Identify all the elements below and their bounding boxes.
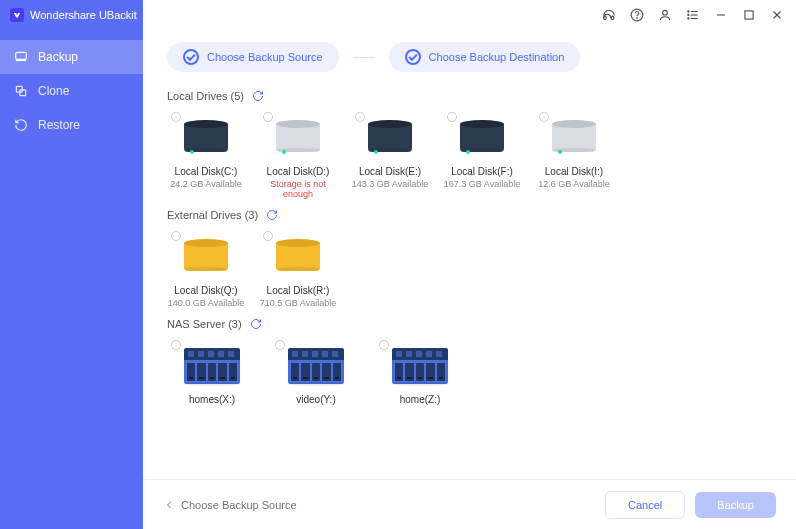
drive-name: home(Z:) [400, 394, 441, 405]
drive-name: Local Disk(F:) [451, 166, 513, 177]
step-divider [353, 57, 375, 58]
svg-point-8 [688, 14, 689, 15]
drive-item[interactable]: Local Disk(Q:) 140.0 GB Available [167, 231, 245, 308]
hdd-icon [368, 120, 412, 156]
hdd-icon [460, 120, 504, 156]
minimize-icon[interactable] [714, 8, 728, 22]
hdd-icon [552, 120, 596, 156]
radio-icon[interactable] [539, 112, 549, 122]
svg-point-7 [688, 11, 689, 12]
drive-item[interactable]: home(Z:) [375, 340, 465, 405]
help-icon[interactable] [630, 8, 644, 22]
drive-name: video(Y:) [296, 394, 335, 405]
sidebar: Backup Clone Restore [0, 30, 143, 529]
step-label: Choose Backup Source [207, 51, 323, 63]
footer-back[interactable]: Choose Backup Source [163, 499, 297, 511]
section-title: Local Drives (5) [167, 90, 244, 102]
chevron-left-icon [163, 499, 175, 511]
check-icon [183, 49, 199, 65]
sidebar-item-label: Restore [38, 118, 80, 132]
refresh-icon[interactable] [250, 318, 262, 330]
nas-icon [392, 348, 448, 384]
backup-icon [14, 50, 28, 64]
drive-item[interactable]: Local Disk(D:) Storage is not enough [259, 112, 337, 199]
external-drive-icon [276, 239, 320, 275]
window-controls [143, 8, 796, 22]
section-nas-server: NAS Server (3) homes(X:) video(Y:) home(… [167, 318, 772, 405]
support-icon[interactable] [602, 8, 616, 22]
step-label: Choose Backup Destination [429, 51, 565, 63]
section-title: NAS Server (3) [167, 318, 242, 330]
close-icon[interactable] [770, 8, 784, 22]
section-local-drives: Local Drives (5) Local Disk(C:) 24.2 GB … [167, 90, 772, 199]
radio-icon[interactable] [263, 231, 273, 241]
restore-icon [14, 118, 28, 132]
maximize-icon[interactable] [742, 8, 756, 22]
app-logo-icon [10, 8, 24, 22]
refresh-icon[interactable] [266, 209, 278, 221]
section-header: NAS Server (3) [167, 318, 772, 330]
radio-icon[interactable] [171, 231, 181, 241]
sidebar-item-clone[interactable]: Clone [0, 74, 143, 108]
svg-point-9 [688, 18, 689, 19]
drive-item[interactable]: Local Disk(C:) 24.2 GB Available [167, 112, 245, 199]
drive-item[interactable]: Local Disk(R:) 710.5 GB Available [259, 231, 337, 308]
radio-icon[interactable] [447, 112, 457, 122]
drive-sub: 710.5 GB Available [260, 298, 336, 308]
nas-icon [288, 348, 344, 384]
sidebar-item-backup[interactable]: Backup [0, 40, 143, 74]
app-title: Wondershare UBackit [30, 9, 137, 21]
footer-back-label: Choose Backup Source [181, 499, 297, 511]
drive-name: Local Disk(I:) [545, 166, 603, 177]
drive-item[interactable]: video(Y:) [271, 340, 361, 405]
drive-item[interactable]: Local Disk(E:) 143.3 GB Available [351, 112, 429, 199]
section-external-drives: External Drives (3) Local Disk(Q:) 140.0… [167, 209, 772, 308]
sidebar-item-restore[interactable]: Restore [0, 108, 143, 142]
wizard-steps: Choose Backup Source Choose Backup Desti… [167, 42, 772, 72]
drive-list-nas: homes(X:) video(Y:) home(Z:) [167, 340, 772, 405]
drive-list-external: Local Disk(Q:) 140.0 GB Available Local … [167, 231, 772, 308]
drive-sub: 24.2 GB Available [170, 179, 241, 189]
svg-point-3 [663, 10, 668, 15]
svg-rect-11 [745, 11, 753, 19]
backup-button[interactable]: Backup [695, 492, 776, 518]
radio-icon[interactable] [263, 112, 273, 122]
radio-icon[interactable] [275, 340, 285, 350]
hdd-icon [276, 120, 320, 156]
radio-icon[interactable] [171, 112, 181, 122]
drive-item[interactable]: Local Disk(I:) 12.6 GB Available [535, 112, 613, 199]
sidebar-item-label: Clone [38, 84, 69, 98]
refresh-icon[interactable] [252, 90, 264, 102]
drive-item[interactable]: Local Disk(F:) 167.3 GB Available [443, 112, 521, 199]
section-title: External Drives (3) [167, 209, 258, 221]
drive-name: Local Disk(Q:) [174, 285, 237, 296]
step-source[interactable]: Choose Backup Source [167, 42, 339, 72]
drive-list-local: Local Disk(C:) 24.2 GB Available Local D… [167, 112, 772, 199]
svg-rect-0 [611, 16, 613, 20]
radio-icon[interactable] [379, 340, 389, 350]
external-drive-icon [184, 239, 228, 275]
nas-icon [184, 348, 240, 384]
footer: Choose Backup Source Cancel Backup [143, 479, 796, 529]
drive-name: Local Disk(R:) [267, 285, 330, 296]
cancel-button[interactable]: Cancel [605, 491, 685, 519]
svg-point-2 [637, 18, 638, 19]
content-area: Choose Backup Source Choose Backup Desti… [143, 30, 796, 479]
radio-icon[interactable] [171, 340, 181, 350]
check-icon [405, 49, 421, 65]
drive-item[interactable]: homes(X:) [167, 340, 257, 405]
clone-icon [14, 84, 28, 98]
titlebar: Wondershare UBackit [0, 0, 796, 30]
account-icon[interactable] [658, 8, 672, 22]
drive-sub: 167.3 GB Available [444, 179, 520, 189]
drive-sub: 12.6 GB Available [538, 179, 609, 189]
step-destination[interactable]: Choose Backup Destination [389, 42, 581, 72]
sidebar-item-label: Backup [38, 50, 78, 64]
drive-sub: 140.0 GB Available [168, 298, 244, 308]
drive-name: Local Disk(D:) [267, 166, 330, 177]
drive-sub: Storage is not enough [259, 179, 337, 199]
radio-icon[interactable] [355, 112, 365, 122]
drive-name: Local Disk(C:) [175, 166, 238, 177]
menu-icon[interactable] [686, 8, 700, 22]
main: Choose Backup Source Choose Backup Desti… [143, 30, 796, 529]
